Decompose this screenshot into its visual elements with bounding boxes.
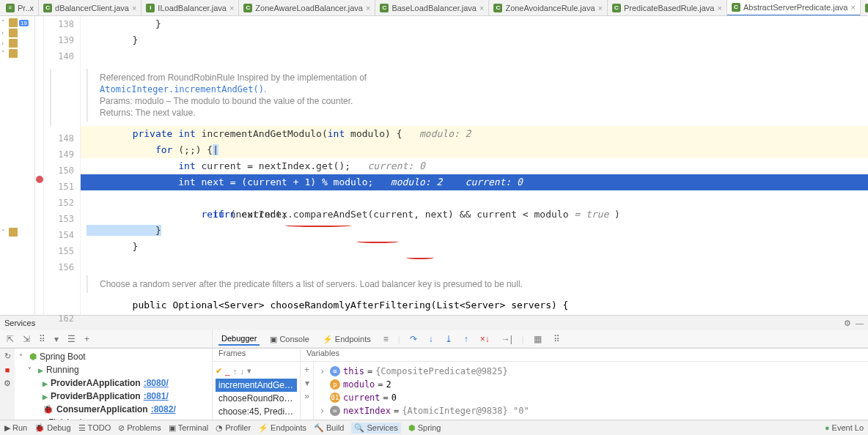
close-icon[interactable]: × (479, 4, 484, 12)
class-icon: C (493, 4, 502, 12)
class-icon: C (43, 4, 52, 12)
tab-file[interactable]: CZoneAwareLoadBalancer.java× (239, 0, 375, 16)
drop-frame-icon[interactable]: ×↓ (478, 334, 492, 344)
console-tab[interactable]: ▣ Console (267, 333, 312, 346)
interface-icon: I (865, 4, 868, 12)
editor-tabs: ≡Pr..x CdBalancerClient.java× IILoadBala… (0, 0, 868, 16)
close-icon[interactable]: × (717, 4, 721, 12)
evaluate-icon[interactable]: ▦ (532, 334, 544, 344)
force-step-icon[interactable]: ⤓ (443, 334, 455, 344)
tab-file[interactable]: IIRule.java× (861, 0, 868, 16)
filter-icon[interactable]: ▾ (247, 366, 251, 376)
execution-line: int next = (current + 1) % modulo; modul… (81, 174, 868, 190)
add-watch-icon[interactable]: + (304, 365, 309, 375)
tab-file[interactable]: IILoadBalancer.java× (141, 0, 239, 16)
class-icon: C (732, 3, 740, 12)
threads-icon[interactable]: ≡ (381, 334, 391, 344)
terminal-button[interactable]: ▣ Terminal (169, 423, 209, 433)
close-icon[interactable]: × (598, 4, 603, 12)
class-icon: ≡ (6, 4, 15, 12)
javadoc-rendered: Referenced from RoundRobinRule Inspired … (87, 69, 868, 122)
endpoints-tab[interactable]: ⚡ Endpoints (320, 333, 374, 346)
class-icon: C (380, 4, 389, 12)
close-icon[interactable]: × (132, 4, 136, 12)
settings-icon[interactable]: ⚙ (4, 379, 11, 388)
check-icon[interactable]: ✔ (216, 366, 222, 376)
code-editor[interactable]: } } Referenced from RoundRobinRule Inspi… (81, 16, 868, 315)
frame-row[interactable]: chooseRoundRobinA (216, 392, 297, 405)
close-icon[interactable]: × (850, 3, 855, 12)
annotation-underline (284, 223, 352, 227)
run-toolwindow-button[interactable]: ▶ Run (4, 423, 27, 433)
services-button[interactable]: 🔍 Services (351, 423, 400, 434)
tab-file[interactable]: CPredicateBasedRule.java× (608, 0, 727, 16)
frame-row[interactable]: incrementAndGetMo (216, 379, 297, 392)
tab-file[interactable]: CZoneAvoidanceRule.java× (489, 0, 608, 16)
tab-project[interactable]: ≡Pr..x (1, 0, 39, 16)
breakpoint-icon[interactable] (36, 176, 43, 183)
stop-icon[interactable]: ■ (5, 365, 10, 374)
services-toolwindow-header[interactable]: Services ⚙— (0, 315, 868, 330)
endpoints-button[interactable]: ⚡ Endpoints (258, 423, 306, 433)
problems-button[interactable]: ⊘ Problems (118, 423, 161, 433)
spring-button[interactable]: ⬢ Spring (408, 423, 441, 433)
run-to-cursor-icon[interactable]: →| (499, 334, 515, 344)
step-over-icon[interactable]: ↷ (408, 334, 419, 344)
profiler-button[interactable]: ◔ Profiler (216, 423, 251, 433)
bookmark-icon[interactable]: ☰ (65, 334, 78, 344)
event-log-button[interactable]: ● Event Lo (825, 423, 864, 432)
tab-file-active[interactable]: CAbstractServerPredicate.java× (727, 0, 861, 16)
todo-button[interactable]: ☰ TODO (78, 423, 111, 433)
collapse-icon[interactable]: ⇲ (21, 334, 32, 344)
step-out-icon[interactable]: ↑ (462, 334, 471, 344)
rerun-icon[interactable]: ↻ (4, 352, 11, 361)
project-tool-strip[interactable]: ˅19 › › ˅ ˅ (0, 16, 35, 315)
tab-file[interactable]: CBaseLoadBalancer.java× (375, 0, 489, 16)
debug-panels-header: Frames Variables (213, 349, 868, 362)
hide-icon[interactable]: — (856, 319, 864, 328)
expand-icon[interactable]: ⇱ (4, 334, 16, 344)
filter-icon[interactable]: ▾ (52, 334, 61, 344)
class-icon: C (612, 4, 621, 12)
annotation-underline (356, 239, 399, 243)
interface-icon: I (146, 4, 155, 12)
status-bar: ▶ Run 🐞 Debug ☰ TODO ⊘ Problems ▣ Termin… (0, 420, 868, 435)
annotation-underline (406, 255, 434, 259)
editor-area: ˅19 › › ˅ ˅ 138 139 140 148 149 150 151 … (0, 16, 868, 315)
build-button[interactable]: 🔨 Build (314, 423, 344, 433)
frame-row[interactable]: choose:45, Predicate (216, 405, 297, 418)
more-icon[interactable]: ⠿ (551, 334, 562, 344)
add-icon[interactable]: + (82, 334, 92, 344)
debug-toolwindow-button[interactable]: 🐞 Debug (34, 423, 70, 433)
gear-icon[interactable]: ⚙ (844, 319, 851, 328)
debugger-tab[interactable]: Debugger (218, 332, 260, 346)
tab-file[interactable]: CdBalancerClient.java× (39, 0, 141, 16)
line-gutter: 138 139 140 148 149 150 151 152 153 154 … (44, 16, 81, 315)
javadoc-rendered: Choose a random server after the predica… (87, 275, 868, 293)
class-icon: C (243, 4, 252, 12)
step-into-icon[interactable]: ↓ (427, 334, 435, 344)
close-icon[interactable]: × (229, 4, 234, 12)
close-icon[interactable]: × (366, 4, 370, 12)
group-icon[interactable]: ⠿ (37, 334, 48, 344)
